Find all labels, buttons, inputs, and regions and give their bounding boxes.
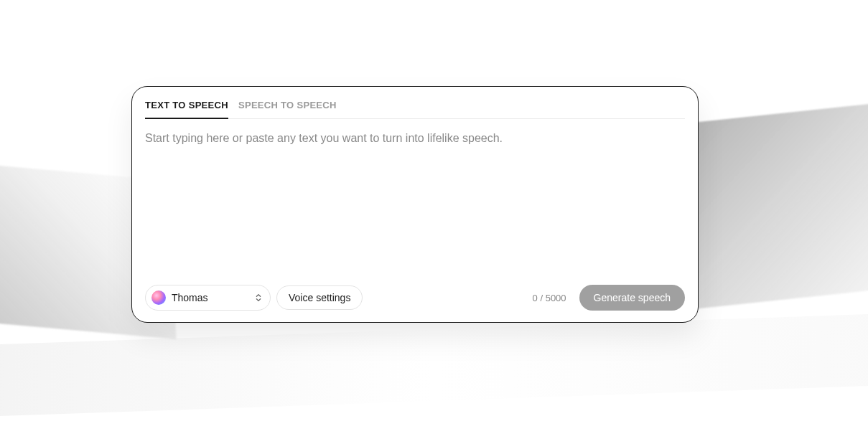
character-counter: 0 / 5000 — [533, 293, 566, 303]
bottom-controls: Thomas Voice settings 0 / 5000 Generate … — [145, 285, 685, 311]
voice-settings-button[interactable]: Voice settings — [276, 285, 363, 310]
text-input-area — [145, 119, 685, 285]
tab-text-to-speech[interactable]: TEXT TO SPEECH — [145, 100, 228, 119]
tab-bar: TEXT TO SPEECH SPEECH TO SPEECH — [145, 87, 685, 119]
chevron-updown-icon — [254, 293, 263, 303]
background-shape-bottom — [0, 314, 868, 416]
text-input[interactable] — [145, 132, 685, 285]
voice-name-label: Thomas — [172, 292, 248, 303]
speech-synthesis-card: TEXT TO SPEECH SPEECH TO SPEECH Thomas V… — [131, 86, 699, 323]
generate-speech-button[interactable]: Generate speech — [579, 285, 685, 311]
voice-settings-label: Voice settings — [289, 292, 350, 303]
tab-speech-to-speech[interactable]: SPEECH TO SPEECH — [238, 100, 337, 119]
voice-selector[interactable]: Thomas — [145, 285, 271, 311]
voice-avatar-icon — [151, 291, 166, 305]
